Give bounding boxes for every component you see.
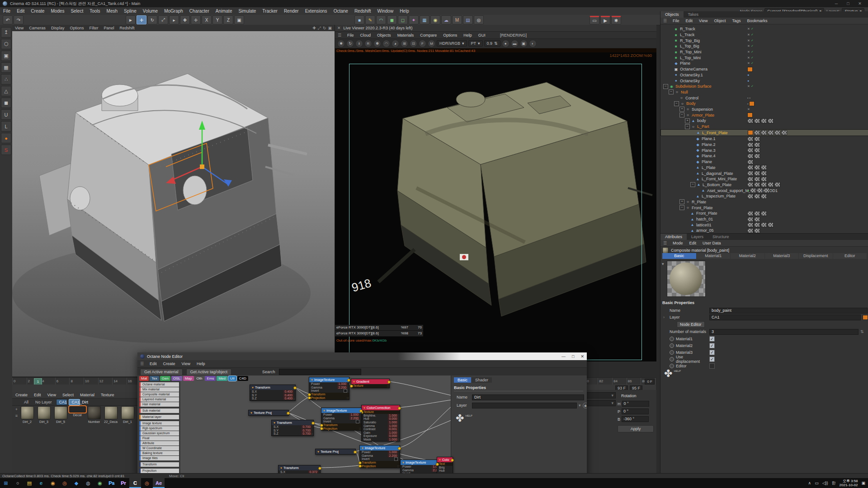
maximize-icon[interactable]: □ (843, 1, 854, 6)
node-texture-proj[interactable]: ▼Texture Proj∷ (248, 410, 289, 416)
texture-tag-icon[interactable] (754, 217, 760, 222)
output-port[interactable] (293, 386, 297, 389)
material-item[interactable]: Dirt_5 (54, 406, 67, 424)
lv-tool-icon[interactable]: ● (502, 40, 509, 47)
texture-tag-icon[interactable] (768, 222, 774, 227)
subdivision-surface-icon[interactable]: ◼ (387, 15, 397, 24)
object-row-plane-1[interactable]: ◆Plane.1 (660, 136, 868, 142)
volume-icon[interactable]: ◉ (430, 15, 440, 24)
texture-tag-icon[interactable] (768, 118, 774, 123)
hamburger-icon[interactable]: ☰ (660, 19, 670, 23)
palette-rgb-spectrum[interactable]: Rgb spectrum (139, 426, 179, 431)
texture-tag-icon[interactable] (781, 130, 787, 135)
object-row-front-plate[interactable]: ▲Front_Plate (660, 211, 868, 216)
texture-tag-icon[interactable] (747, 182, 753, 187)
node-layer-select[interactable] (472, 403, 577, 408)
material-menu-texture[interactable]: Texture (98, 393, 118, 397)
texture-tag-icon[interactable] (761, 211, 767, 216)
taskbar-photoshop-icon[interactable]: Ps (106, 478, 118, 488)
enabled-icon[interactable]: ✓ (751, 27, 754, 31)
taskbar-octane-icon[interactable]: ◎ (141, 478, 153, 488)
category-mat[interactable]: Mat (139, 376, 149, 381)
menu-volume[interactable]: Volume (140, 9, 161, 14)
layer-color-chip[interactable] (863, 315, 868, 320)
keyframe-dot-icon[interactable] (670, 357, 674, 361)
light-icon[interactable]: ◎ (474, 15, 484, 24)
lv-menu-options[interactable]: Options (440, 33, 460, 38)
name-field[interactable]: body_paint (709, 308, 868, 314)
texture-tag-icon[interactable] (747, 177, 753, 182)
tab-takes[interactable]: Takes (684, 11, 703, 18)
palette-octane-material[interactable]: Octane material (139, 382, 179, 387)
lv-tool-m-icon[interactable]: M (428, 40, 435, 47)
menu-simulate[interactable]: Simulate (235, 9, 259, 14)
texture-tag-icon[interactable] (774, 130, 780, 135)
material-menu-material[interactable]: Material (77, 393, 98, 397)
tray-icon[interactable]: 한 (832, 480, 836, 486)
category-map[interactable]: Map (183, 376, 194, 381)
tab-objects[interactable]: Objects (660, 11, 684, 18)
palette-projection[interactable]: Projection (139, 469, 179, 473)
param-value[interactable]: 0.700 (302, 432, 311, 435)
palette-w-coordinate[interactable]: W Coordinate (139, 446, 179, 450)
undo-icon[interactable]: ↶ (3, 15, 13, 24)
material-item[interactable]: Dirt_1 (121, 406, 134, 424)
object-menu-bookmarks[interactable]: Bookmarks (744, 19, 771, 23)
lv-tool-f-icon[interactable]: F (419, 40, 426, 47)
layer-tab-ca1[interactable]: CA1 (56, 399, 67, 405)
pan-icon[interactable]: ✚ (312, 26, 316, 31)
output-port[interactable] (398, 407, 401, 410)
palette-attribute[interactable]: Attribute (139, 441, 179, 446)
instance-icon[interactable]: ◻ (398, 15, 408, 24)
object-row-armor-05[interactable]: ▲armor_05 (660, 228, 868, 233)
orbit-icon[interactable]: ↻ (323, 26, 326, 31)
tab-structure[interactable]: Structure (708, 234, 734, 240)
close-icon[interactable]: ✕ (580, 354, 584, 359)
texture-tag-icon[interactable] (747, 194, 753, 199)
zoom-icon[interactable]: ⤢ (318, 26, 321, 31)
ne-menu-edit[interactable]: Edit (146, 361, 160, 366)
menu-character[interactable]: Character (186, 9, 212, 14)
apply-button[interactable]: Apply (618, 425, 654, 432)
disabled-icon[interactable]: ✕ (747, 33, 750, 37)
ne-menu-help[interactable]: Help (193, 361, 208, 366)
scale-icon[interactable]: ⤢ (158, 15, 168, 24)
viewport-menu-panel[interactable]: Panel (101, 26, 117, 30)
visibility-dot-icon[interactable]: • (749, 96, 750, 99)
param-value[interactable]: 1.000 (388, 450, 398, 454)
menu-file[interactable]: File (0, 9, 14, 14)
menu-select[interactable]: Select (67, 9, 86, 14)
menu-render[interactable]: Render (281, 9, 302, 14)
octane-tag-icon[interactable] (749, 101, 755, 106)
palette-layered-material[interactable]: Layered material (139, 397, 179, 402)
taskbar-vscode-icon[interactable]: ◆ (71, 478, 82, 488)
node-texture-proj[interactable]: ▼Texture Proj∷ (315, 449, 356, 455)
category-tex[interactable]: Tex (150, 376, 159, 381)
tray-icon[interactable]: ◁)) (822, 481, 828, 485)
texture-tag-icon[interactable] (754, 228, 760, 233)
checkbox-editor[interactable] (709, 363, 715, 369)
texture-tag-icon[interactable] (750, 188, 756, 193)
object-row-body[interactable]: −○Body• (660, 101, 868, 107)
node-colorcorrection[interactable]: ▼ColorCorrectionTextureBrightne.1.000Hue… (361, 405, 400, 441)
texture-tag-icon[interactable] (757, 188, 763, 193)
pen-icon[interactable]: ✎ (365, 15, 375, 24)
texture-tag-icon[interactable] (754, 182, 760, 187)
disabled-icon[interactable]: ✕ (747, 39, 750, 42)
mograph-icon[interactable]: ✦ (409, 15, 419, 24)
materials-count-field[interactable]: 3 (709, 329, 859, 335)
enabled-icon[interactable]: ✓ (751, 61, 754, 65)
taskbar-chrome-icon[interactable]: ◉ (47, 478, 59, 488)
object-row-l-trapezium-plate[interactable]: ▲L_trapezium_Plate (660, 193, 868, 199)
output-port[interactable] (387, 380, 391, 384)
texture-tag-icon[interactable] (747, 142, 753, 147)
texture-tag-icon[interactable] (747, 228, 753, 233)
palette-image-tiles[interactable]: Image tiles (139, 456, 179, 460)
taskbar-search-icon[interactable]: ○ (12, 478, 24, 488)
texture-tag-icon[interactable] (747, 118, 753, 123)
colorspace-select[interactable]: HDR/sRGB▾ (437, 40, 467, 47)
rotation-p-field[interactable]: 0 ° (622, 408, 649, 414)
material-item[interactable]: Number (87, 406, 101, 424)
object-row-null[interactable]: −○Null (660, 89, 868, 95)
enabled-icon[interactable]: ✓ (751, 56, 754, 60)
